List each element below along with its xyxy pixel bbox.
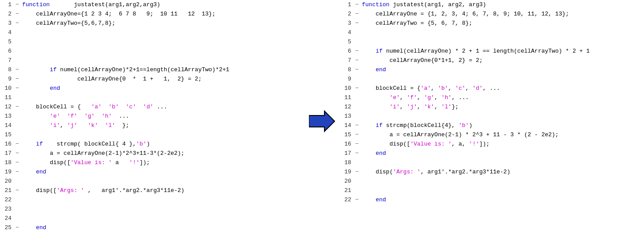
line-number: 5 xyxy=(0,37,14,46)
minus-indicator: − xyxy=(14,9,20,19)
minus-indicator: − xyxy=(354,19,360,28)
minus-indicator xyxy=(14,121,20,130)
code-content: disp(['Value is: ' a '!']); xyxy=(20,158,305,167)
line-number: 21 xyxy=(0,186,14,195)
table-row: 9 xyxy=(340,74,644,84)
table-row: 3− cellArrayTwo={5,6,7,8}; xyxy=(0,19,305,28)
line-number: 1 xyxy=(340,0,354,9)
minus-indicator: − xyxy=(354,167,360,177)
line-number: 15 xyxy=(0,130,14,139)
minus-indicator xyxy=(354,37,360,46)
table-row: 13 xyxy=(340,111,644,121)
minus-indicator xyxy=(354,186,360,195)
line-number: 15 xyxy=(340,130,354,139)
table-row: 3− cellArrayTwo = {5, 6, 7, 8}; xyxy=(340,19,644,28)
minus-indicator: − xyxy=(354,84,360,93)
minus-indicator xyxy=(354,111,360,121)
code-content: 'i', 'j', 'k', 'l'}; xyxy=(360,102,644,111)
line-number: 7 xyxy=(0,56,14,65)
table-row: 16− disp(['Value is: ', a, '!']); xyxy=(340,139,644,149)
table-row: 20 xyxy=(0,177,305,186)
minus-indicator: − xyxy=(354,0,360,9)
table-row: 12− blockCell = { 'a' 'b' 'c' 'd' ... xyxy=(0,102,305,111)
table-row: 19− disp('Args: ', arg1'.*arg2.*arg3*11e… xyxy=(340,167,644,177)
table-row: 18 xyxy=(340,158,644,167)
code-content xyxy=(360,74,644,84)
line-number: 10 xyxy=(340,84,354,93)
code-content: if strcmp( blockCell{ 4 },'b') xyxy=(20,139,305,149)
line-number: 6 xyxy=(0,46,14,56)
line-number: 6 xyxy=(340,46,354,56)
minus-indicator xyxy=(14,37,20,46)
table-row: 25− end xyxy=(0,223,305,232)
minus-indicator: − xyxy=(14,0,20,9)
table-row: 8− end xyxy=(340,65,644,74)
line-number: 16 xyxy=(0,139,14,149)
minus-indicator xyxy=(14,204,20,214)
minus-indicator xyxy=(14,46,20,56)
table-row: 5 xyxy=(340,37,644,46)
minus-indicator: − xyxy=(354,139,360,149)
line-number: 8 xyxy=(340,65,354,74)
code-content: cellArrayTwo = {5, 6, 7, 8}; xyxy=(360,19,644,28)
table-row: 19− end xyxy=(0,167,305,177)
svg-marker-0 xyxy=(309,111,335,131)
code-content xyxy=(20,195,305,204)
minus-indicator xyxy=(14,177,20,186)
arrow-container xyxy=(305,0,340,242)
code-content: disp(['Value is: ', a, '!']); xyxy=(360,139,644,149)
line-number: 12 xyxy=(340,102,354,111)
code-content: 'e', 'f', 'g', 'h', ... xyxy=(360,93,644,102)
table-row: 14 'i', 'j' 'k' 'l' }; xyxy=(0,121,305,130)
right-pane: 1−function justatest(arg1, arg2, arg3)2−… xyxy=(340,0,644,242)
line-number: 20 xyxy=(0,177,14,186)
code-content: a = cellArrayOne(2-1)*2^3+11-3*(2-2e2); xyxy=(20,149,305,158)
code-content: end xyxy=(20,223,305,232)
line-number: 2 xyxy=(340,9,354,19)
minus-indicator xyxy=(354,102,360,111)
minus-indicator xyxy=(14,111,20,121)
code-content xyxy=(20,204,305,214)
code-content: cellArrayOne={1 2 3 4; 6 7 8 9; 10 11 12… xyxy=(20,9,305,19)
minus-indicator: − xyxy=(354,195,360,204)
table-row: 1−function justatest(arg1, arg2, arg3) xyxy=(340,0,644,9)
line-number: 2 xyxy=(0,9,14,19)
line-number: 10 xyxy=(0,84,14,93)
code-content xyxy=(360,186,644,195)
line-number: 18 xyxy=(340,158,354,167)
line-number: 21 xyxy=(340,186,354,195)
code-content: cellArrayOne{0 * 1 + 1, 2} = 2; xyxy=(20,74,305,84)
code-content xyxy=(360,28,644,37)
code-content: end xyxy=(20,167,305,177)
table-row: 6 xyxy=(0,46,305,56)
table-row: 1−function justatest(arg1,arg2,arg3) xyxy=(0,0,305,9)
line-number: 22 xyxy=(0,195,14,204)
line-number: 17 xyxy=(340,149,354,158)
code-content: end xyxy=(20,84,305,93)
table-row: 21 xyxy=(340,186,644,195)
minus-indicator: − xyxy=(14,158,20,167)
code-content: end xyxy=(360,65,644,74)
minus-indicator: − xyxy=(14,102,20,111)
code-content: blockCell = { 'a' 'b' 'c' 'd' ... xyxy=(20,102,305,111)
minus-indicator xyxy=(14,93,20,102)
table-row: 23 xyxy=(0,204,305,214)
minus-indicator: − xyxy=(14,139,20,149)
table-row: 12 'i', 'j', 'k', 'l'}; xyxy=(340,102,644,111)
code-content: disp('Args: ', arg1'.*arg2.*arg3*11e-2) xyxy=(360,167,644,177)
minus-indicator: − xyxy=(354,56,360,65)
code-content xyxy=(20,28,305,37)
line-number: 20 xyxy=(340,177,354,186)
table-row: 18− disp(['Value is: ' a '!']); xyxy=(0,158,305,167)
line-number: 4 xyxy=(0,28,14,37)
code-content xyxy=(20,46,305,56)
minus-indicator: − xyxy=(354,121,360,130)
line-number: 11 xyxy=(0,93,14,102)
code-content xyxy=(20,56,305,65)
code-content: if strcmp(blockCell{4}, 'b') xyxy=(360,121,644,130)
table-row: 14− if strcmp(blockCell{4}, 'b') xyxy=(340,121,644,130)
table-row: 13 'e' 'f' 'g' 'h' ... xyxy=(0,111,305,121)
code-content: a = cellArrayOne(2-1) * 2^3 + 11 - 3 * (… xyxy=(360,130,644,139)
table-row: 2− cellArrayOne = {1, 2, 3, 4; 6, 7, 8, … xyxy=(340,9,644,19)
table-row: 15− a = cellArrayOne(2-1) * 2^3 + 11 - 3… xyxy=(340,130,644,139)
